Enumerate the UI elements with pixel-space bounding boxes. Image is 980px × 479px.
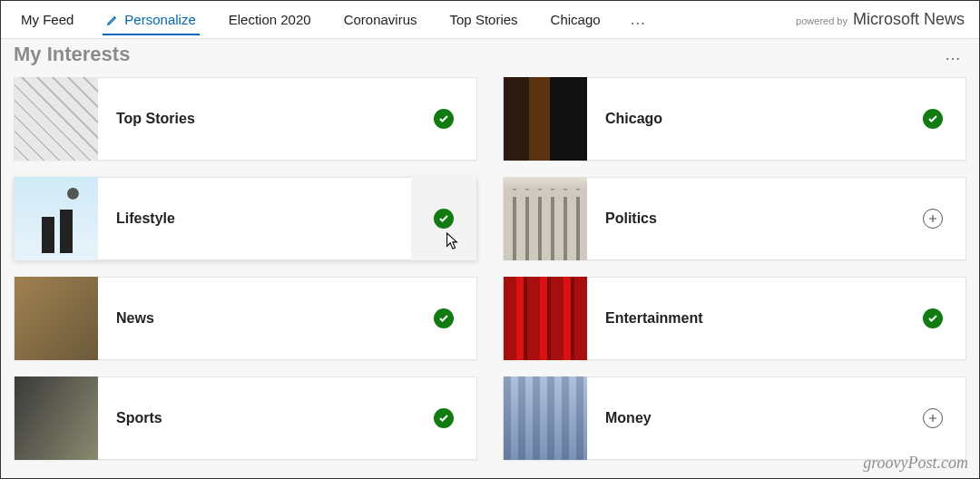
interest-title: Lifestyle [98,210,411,227]
nav-more-button[interactable]: … [617,1,661,39]
nav-tab-label: Personalize [124,12,195,27]
interest-selected-toggle[interactable] [411,177,476,260]
nav-tab-coronavirus[interactable]: Coronavirus [328,1,434,39]
interest-selected-toggle[interactable] [900,277,965,360]
check-circle-icon [434,408,454,428]
interest-title: Sports [98,410,411,426]
interest-selected-toggle[interactable] [900,77,965,161]
interest-card-money[interactable]: Money [503,376,966,460]
interest-thumbnail [15,177,98,260]
nav-tab-personalize[interactable]: Personalize [90,1,211,39]
interest-thumbnail [504,277,587,360]
interest-add-toggle[interactable] [900,376,965,460]
interest-card-sports[interactable]: Sports [14,376,477,460]
check-circle-icon [434,209,454,229]
interest-thumbnail [15,376,98,460]
check-circle-icon [434,308,454,328]
nav-tab-election-2020[interactable]: Election 2020 [212,1,328,39]
interest-thumbnail [504,376,587,460]
interest-card-entertainment[interactable]: Entertainment [503,277,966,360]
interest-thumbnail [15,77,98,161]
section-header-row: My Interests … [1,39,979,68]
interest-selected-toggle[interactable] [411,376,476,460]
powered-by-brand: Microsoft News [853,10,965,29]
top-nav-bar: My FeedPersonalizeElection 2020Coronavir… [1,1,979,39]
interest-card-news[interactable]: News [14,277,477,360]
plus-circle-icon [923,209,943,229]
section-title: My Interests [14,43,130,66]
interest-title: Chicago [587,111,900,127]
interest-card-chicago[interactable]: Chicago [503,77,966,161]
check-circle-icon [923,308,943,328]
nav-tab-label: My Feed [21,12,74,27]
interest-title: Politics [587,210,900,227]
interest-card-politics[interactable]: Politics [503,177,966,260]
check-circle-icon [434,109,454,129]
nav-tab-label: Election 2020 [229,12,311,27]
interest-thumbnail [15,277,98,360]
section-more-button[interactable]: … [945,45,966,64]
interest-selected-toggle[interactable] [411,77,476,161]
nav-tab-label: Coronavirus [344,12,417,27]
interest-card-top-stories[interactable]: Top Stories [14,77,477,161]
plus-circle-icon [923,408,943,428]
powered-by: powered by Microsoft News [796,10,970,29]
pencil-icon [106,14,119,26]
interest-title: Top Stories [98,111,411,127]
nav-tab-label: Top Stories [450,12,518,27]
interest-title: Money [587,410,900,426]
nav-tab-label: Chicago [551,12,601,27]
powered-by-label: powered by [796,15,848,26]
nav-tabs: My FeedPersonalizeElection 2020Coronavir… [5,1,617,39]
interest-selected-toggle[interactable] [411,277,476,360]
check-circle-icon [923,109,943,129]
interest-thumbnail [504,77,587,161]
app-frame: My FeedPersonalizeElection 2020Coronavir… [0,0,980,479]
nav-tab-chicago[interactable]: Chicago [534,1,617,39]
interest-thumbnail [504,177,587,260]
interest-title: Entertainment [587,310,900,327]
interest-card-lifestyle[interactable]: Lifestyle [14,177,477,260]
interests-grid: Top StoriesChicagoLifestylePoliticsNewsE… [1,68,979,473]
interest-add-toggle[interactable] [900,177,965,260]
nav-tab-top-stories[interactable]: Top Stories [434,1,534,39]
interest-title: News [98,310,411,327]
nav-tab-my-feed[interactable]: My Feed [5,1,90,39]
